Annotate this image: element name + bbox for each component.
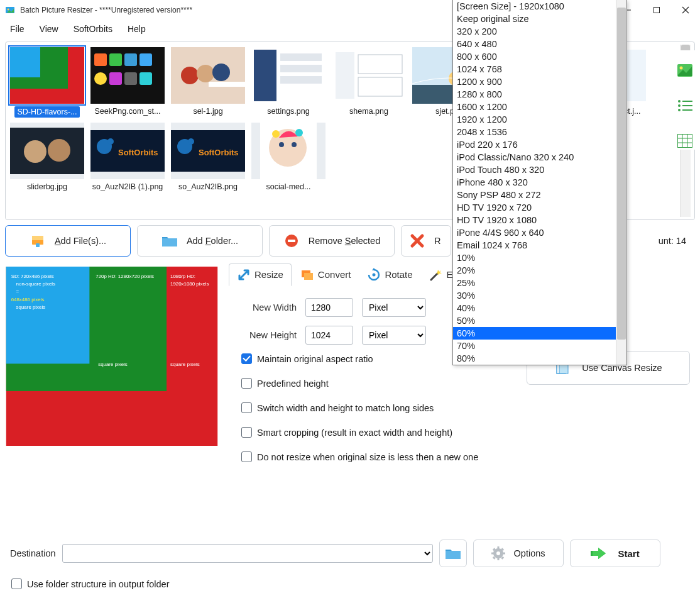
- new-height-input[interactable]: [305, 326, 353, 345]
- smart-crop-row[interactable]: Smart cropping (result in exact width an…: [241, 427, 690, 438]
- thumbnail-item[interactable]: shema.png: [331, 45, 407, 118]
- maximize-button[interactable]: [642, 0, 671, 20]
- dropdown-option[interactable]: iPod 220 x 176: [453, 138, 626, 151]
- remove-selected-button[interactable]: Remove Selected: [269, 225, 395, 257]
- dropdown-option[interactable]: 1600 x 1200: [453, 101, 626, 113]
- thumbnail-item[interactable]: social-med...: [251, 120, 326, 192]
- use-folder-structure-checkbox[interactable]: [11, 579, 22, 589]
- smart-crop-checkbox[interactable]: [241, 427, 252, 438]
- dropdown-option[interactable]: Email 1024 x 768: [453, 239, 626, 252]
- new-width-input[interactable]: [305, 298, 353, 317]
- sidebar-list-button[interactable]: [676, 97, 694, 114]
- destination-browse-button[interactable]: [439, 540, 467, 567]
- sidebar-thumbnails-button[interactable]: [676, 62, 694, 79]
- switch-wh-checkbox[interactable]: [241, 402, 252, 413]
- dropdown-option[interactable]: 80%: [453, 352, 626, 365]
- dropdown-option[interactable]: Sony PSP 480 x 272: [453, 189, 626, 201]
- svg-rect-90: [682, 109, 692, 111]
- dropdown-option[interactable]: 50%: [453, 314, 626, 327]
- svg-rect-61: [32, 236, 43, 240]
- thumbnail-item[interactable]: sliderbg.jpg: [9, 120, 85, 192]
- dropdown-option[interactable]: 25%: [453, 277, 626, 289]
- tab-convert[interactable]: Convert: [293, 264, 359, 285]
- dropdown-option[interactable]: 1280 x 800: [453, 88, 626, 101]
- add-folder-icon: [161, 233, 178, 249]
- thumbnail-item[interactable]: SeekPng.com_st...: [90, 45, 165, 118]
- thumbnail-label: shema.png: [349, 106, 388, 116]
- dropdown-option[interactable]: 30%: [453, 289, 626, 302]
- menu-view[interactable]: View: [33, 21, 65, 36]
- remove-all-button[interactable]: R: [401, 225, 451, 257]
- tab-rotate-label: Rotate: [385, 269, 412, 280]
- dropdown-option[interactable]: Keep original size: [453, 13, 626, 25]
- dropdown-option[interactable]: 1024 x 768: [453, 63, 626, 75]
- svg-point-45: [48, 139, 70, 162]
- dropdown-option[interactable]: 800 x 600: [453, 50, 626, 63]
- thumbnail-label: so_AuzN2IB (1).png: [92, 182, 163, 192]
- svg-point-56: [279, 142, 284, 147]
- close-button[interactable]: [671, 0, 700, 20]
- svg-rect-100: [491, 553, 494, 555]
- dropdown-option[interactable]: 40%: [453, 302, 626, 314]
- svg-rect-11: [109, 53, 122, 66]
- dropdown-option[interactable]: iPone 4/4S 960 x 640: [453, 226, 626, 239]
- add-files-button[interactable]: Add File(s)...: [5, 225, 131, 257]
- dropdown-option[interactable]: HD TV 1920 x 720: [453, 201, 626, 214]
- svg-point-57: [292, 142, 297, 147]
- options-button[interactable]: Options: [473, 540, 564, 567]
- destination-select[interactable]: [62, 544, 433, 563]
- thumbnail-label: sliderbg.jpg: [27, 182, 67, 192]
- preset-dropdown[interactable]: [Screen Size] - 1920x1080Keep original s…: [452, 0, 627, 365]
- svg-point-48: [107, 138, 114, 145]
- svg-rect-15: [109, 72, 122, 85]
- sidebar-grid-button[interactable]: [676, 132, 694, 150]
- svg-rect-16: [124, 72, 137, 85]
- thumbnail-item[interactable]: sel-1.jpg: [170, 45, 246, 118]
- thumbnail-item[interactable]: SoftOrbitsso_AuzN2IB.png: [170, 120, 246, 192]
- dont-resize-checkbox[interactable]: [241, 451, 252, 462]
- switch-wh-row[interactable]: Switch width and height to match long si…: [241, 402, 690, 413]
- remove-selected-icon: [283, 233, 300, 249]
- maintain-aspect-checkbox[interactable]: [241, 353, 252, 364]
- height-unit-select[interactable]: Pixel: [362, 326, 426, 345]
- dropdown-option[interactable]: 2048 x 1536: [453, 126, 626, 138]
- dont-resize-row[interactable]: Do not resize when original size is less…: [241, 451, 690, 462]
- dropdown-option[interactable]: 640 x 480: [453, 38, 626, 50]
- options-label: Options: [514, 548, 545, 558]
- dropdown-option[interactable]: 70%: [453, 340, 626, 352]
- dropdown-option[interactable]: iPod Classic/Nano 320 x 240: [453, 151, 626, 163]
- dropdown-option[interactable]: 10%: [453, 252, 626, 264]
- dropdown-option[interactable]: iPod Touch 480 x 320: [453, 163, 626, 176]
- start-button[interactable]: Start: [570, 540, 660, 567]
- menu-file[interactable]: File: [4, 21, 31, 36]
- svg-rect-79: [304, 273, 313, 280]
- svg-point-84: [680, 67, 683, 70]
- dropdown-option[interactable]: [Screen Size] - 1920x1080: [453, 0, 626, 13]
- thumbnail-item[interactable]: settings.png: [251, 45, 326, 118]
- dropdown-option[interactable]: HD TV 1920 x 1080: [453, 214, 626, 226]
- menu-softorbits[interactable]: SoftOrbits: [67, 21, 119, 36]
- thumbnail-image: [10, 47, 84, 104]
- use-folder-structure-row[interactable]: Use folder structure in output folder: [11, 579, 690, 589]
- new-height-label: New Height: [239, 330, 297, 340]
- thumbnail-item[interactable]: SoftOrbitsso_AuzN2IB (1).png: [90, 120, 165, 192]
- svg-rect-86: [682, 101, 692, 102]
- add-folder-button[interactable]: Add Folder...: [137, 225, 263, 257]
- dropdown-option[interactable]: 20%: [453, 264, 626, 277]
- svg-text:1080/p HD:: 1080/p HD:: [170, 274, 195, 279]
- dropdown-option[interactable]: 1200 x 900: [453, 75, 626, 88]
- thumbnail-item[interactable]: SD-HD-flavors-...: [9, 45, 85, 118]
- width-unit-select[interactable]: Pixel: [362, 298, 426, 317]
- dropdown-option[interactable]: 60%: [453, 327, 626, 340]
- svg-point-52: [188, 138, 194, 145]
- dropdown-option[interactable]: 320 x 200: [453, 25, 626, 38]
- dropdown-option[interactable]: iPhone 480 x 320: [453, 176, 626, 189]
- menu-help[interactable]: Help: [121, 21, 152, 36]
- tab-resize[interactable]: Resize: [229, 263, 292, 286]
- predefined-height-checkbox[interactable]: [241, 378, 252, 389]
- tab-rotate[interactable]: Rotate: [359, 264, 420, 285]
- dropdown-scrollbar[interactable]: [616, 0, 626, 365]
- svg-text:non-square pixels: non-square pixels: [16, 281, 55, 287]
- dropdown-option[interactable]: 1920 x 1200: [453, 113, 626, 126]
- remove-all-icon: [409, 233, 425, 249]
